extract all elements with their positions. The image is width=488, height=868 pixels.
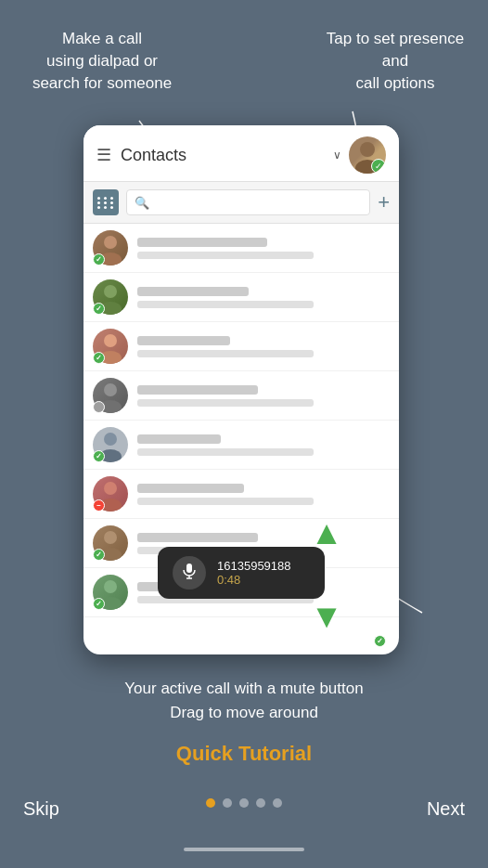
search-input[interactable]: 🔍 [126,189,370,215]
call-options-label: Tap to set presence and call options [321,28,469,94]
avatar-face [349,136,386,174]
svg-point-12 [104,482,117,495]
contact-avatar-wrap: ✓ [93,279,128,315]
contact-name-bar [137,533,258,542]
status-away-icon [93,401,105,413]
list-item[interactable] [83,371,399,421]
contact-info [137,484,390,505]
search-icon: 🔍 [135,196,149,210]
status-online-icon: ✓ [93,352,105,364]
list-item[interactable]: − [83,470,399,519]
pagination-dots [206,798,282,808]
contact-avatar-wrap: − [93,476,128,512]
user-avatar-header[interactable] [349,136,386,174]
contact-name-bar [137,336,230,345]
dialpad-button[interactable] [93,189,119,215]
status-online-icon: ✓ [93,450,105,462]
contact-avatar-wrap: ✓ [93,329,128,364]
contact-sub-bar [137,350,314,357]
svg-point-10 [104,433,117,446]
svg-point-4 [104,285,117,298]
contact-sub-bar [137,498,314,505]
active-call-overlay[interactable]: 16135959188 0:48 [158,547,325,599]
call-info: 16135959188 0:48 [217,559,291,587]
pagination-dot-1[interactable] [206,798,215,808]
contact-sub-bar [137,301,314,308]
svg-point-0 [360,142,375,157]
tutorial-label: Quick Tutorial [0,742,488,766]
phone-header: ☰ Contacts ∨ ✓ [83,125,399,182]
status-online-icon: ✓ [93,549,105,561]
skip-button[interactable]: Skip [23,798,59,820]
pagination-dot-3[interactable] [239,798,249,808]
status-online-icon: ✓ [93,598,105,610]
list-item[interactable]: ✓ [83,421,399,470]
drag-down-arrow: ▼ [310,597,343,636]
list-item[interactable]: ✓ [83,224,399,273]
mute-button[interactable] [173,556,206,589]
phone-mockup: ☰ Contacts ∨ ✓ 🔍 + [83,125,399,654]
contact-avatar-wrap: ✓ [93,575,128,610]
contact-name-bar [137,385,258,395]
contact-name-bar [137,287,249,296]
contact-avatar-wrap: ✓ [93,427,128,462]
chevron-icon[interactable]: ∨ [333,149,341,162]
contact-info [137,434,390,456]
home-indicator [184,848,304,851]
contact-info [137,336,390,357]
contacts-title: Contacts [121,146,333,165]
status-dnd-icon: − [93,499,105,512]
hamburger-icon[interactable]: ☰ [96,145,111,165]
search-bar: 🔍 + [83,182,399,224]
add-contact-button[interactable]: + [378,190,390,214]
call-number: 16135959188 [217,559,291,573]
svg-rect-18 [186,564,192,573]
microphone-icon [180,562,199,585]
svg-point-2 [104,236,117,249]
contact-name-bar [137,434,221,444]
pagination-dot-2[interactable] [223,798,232,808]
contact-info [137,287,390,308]
make-call-label: Make a call using dialpad or search for … [28,28,176,94]
contact-sub-bar [137,448,314,456]
bottom-description: Your active call with a mute button Drag… [0,677,488,724]
list-item[interactable]: ✓ [83,322,399,371]
contact-info [137,238,390,259]
contact-sub-bar [137,399,314,407]
contact-name-bar [137,238,267,247]
svg-point-16 [104,580,117,593]
contact-sub-bar [137,252,314,259]
contact-info [137,385,390,407]
call-duration: 0:48 [217,573,291,587]
contact-avatar-wrap [93,378,128,413]
contact-avatar-wrap: ✓ [93,230,128,266]
svg-point-14 [104,531,117,544]
svg-point-1 [355,160,379,174]
svg-point-6 [104,334,117,347]
next-button[interactable]: Next [427,798,465,820]
status-online-icon: ✓ [93,253,105,266]
contact-avatar-wrap: ✓ [93,525,128,561]
dialpad-icon [97,197,115,209]
pagination-dot-4[interactable] [256,798,265,808]
pagination-dot-5[interactable] [273,798,282,808]
svg-point-8 [104,383,117,396]
contact-name-bar [137,484,244,493]
status-online-icon: ✓ [93,303,105,315]
list-item[interactable]: ✓ [83,273,399,322]
